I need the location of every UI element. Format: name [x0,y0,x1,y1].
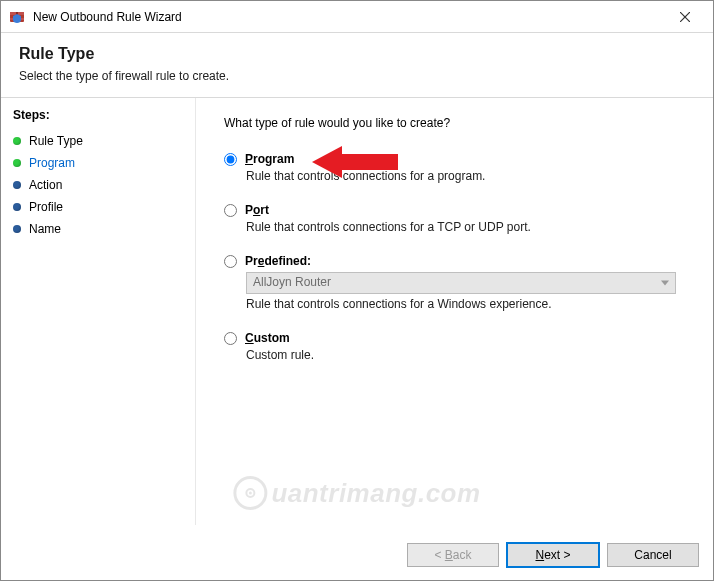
step-label: Program [29,156,75,170]
step-label: Rule Type [29,134,83,148]
firewall-icon [9,9,25,25]
option-label[interactable]: Custom [245,331,290,345]
radio-port[interactable] [224,204,237,217]
content-pane: What type of rule would you like to crea… [196,98,713,525]
close-button[interactable] [665,1,705,32]
back-button: < Back [407,543,499,567]
option-custom: Custom Custom rule. [224,331,691,362]
bullet-icon [13,203,21,211]
page-subtitle: Select the type of firewall rule to crea… [19,69,695,83]
bullet-icon [13,181,21,189]
steps-heading: Steps: [13,108,183,122]
option-desc: Rule that controls connections for a TCP… [246,220,691,234]
bullet-icon [13,137,21,145]
steps-sidebar: Steps: Rule Type Program Action Profile … [1,98,196,525]
step-program[interactable]: Program [13,152,183,174]
option-label[interactable]: Program [245,152,294,166]
dropdown-value: AllJoyn Router [253,275,331,289]
titlebar: New Outbound Rule Wizard [1,1,713,33]
option-label[interactable]: Port [245,203,269,217]
bullet-icon [13,225,21,233]
window-title: New Outbound Rule Wizard [33,10,665,24]
step-label: Profile [29,200,63,214]
cancel-button[interactable]: Cancel [607,543,699,567]
option-desc: Custom rule. [246,348,691,362]
option-desc: Rule that controls connections for a pro… [246,169,691,183]
step-action[interactable]: Action [13,174,183,196]
step-label: Action [29,178,62,192]
wizard-window: New Outbound Rule Wizard Rule Type Selec… [0,0,714,581]
step-name[interactable]: Name [13,218,183,240]
step-rule-type[interactable]: Rule Type [13,130,183,152]
radio-program[interactable] [224,153,237,166]
next-button[interactable]: Next > [507,543,599,567]
step-label: Name [29,222,61,236]
radio-predefined[interactable] [224,255,237,268]
option-predefined: Predefined: AllJoyn Router Rule that con… [224,254,691,311]
bullet-icon [13,159,21,167]
option-label[interactable]: Predefined: [245,254,311,268]
rule-type-prompt: What type of rule would you like to crea… [224,116,691,130]
radio-custom[interactable] [224,332,237,345]
wizard-footer: < Back Next > Cancel [1,530,713,580]
wizard-header: Rule Type Select the type of firewall ru… [1,33,713,91]
step-profile[interactable]: Profile [13,196,183,218]
predefined-dropdown: AllJoyn Router [246,272,676,294]
option-desc: Rule that controls connections for a Win… [246,297,691,311]
option-port: Port Rule that controls connections for … [224,203,691,234]
option-program: Program Rule that controls connections f… [224,152,691,183]
page-title: Rule Type [19,45,695,63]
